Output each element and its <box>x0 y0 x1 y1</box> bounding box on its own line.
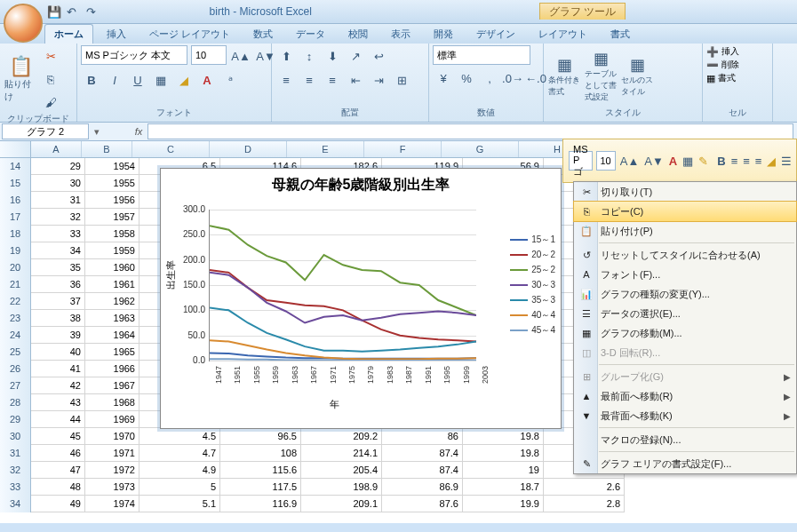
wrap-text-icon[interactable]: ↩ <box>368 45 389 67</box>
cell[interactable]: 18.7 <box>463 479 544 496</box>
cell[interactable]: 1971 <box>85 445 139 462</box>
mini-bullets-icon[interactable]: ☰ <box>780 150 793 171</box>
menu-item[interactable]: ▼最背面へ移動(K)▶ <box>574 406 796 425</box>
cell[interactable]: 86.9 <box>382 479 463 496</box>
row-header[interactable]: 31 <box>0 445 31 462</box>
cell[interactable]: 1959 <box>85 242 139 259</box>
cell[interactable]: 38 <box>31 310 85 327</box>
cell[interactable]: 209.2 <box>301 428 382 445</box>
italic-button[interactable]: I <box>104 69 125 91</box>
cut-icon[interactable]: ✂ <box>40 45 61 67</box>
name-box[interactable]: グラフ 2 <box>2 123 89 139</box>
menu-item[interactable]: Aフォント(F)... <box>574 265 796 284</box>
decrease-indent-icon[interactable]: ⇤ <box>345 69 366 91</box>
cell[interactable]: 214.1 <box>301 445 382 462</box>
font-size-combo[interactable]: 10 <box>191 45 227 65</box>
cell[interactable]: 4.5 <box>139 428 220 445</box>
increase-indent-icon[interactable]: ⇥ <box>368 69 389 91</box>
cell[interactable]: 1966 <box>85 361 139 377</box>
format-cells-icon[interactable]: ▦ <box>706 73 715 84</box>
cell[interactable]: 35 <box>31 259 85 276</box>
mini-bold-icon[interactable]: B <box>716 150 726 171</box>
cell[interactable]: 45 <box>31 428 85 445</box>
name-box-dropdown-icon[interactable]: ▾ <box>91 126 103 138</box>
cell[interactable]: 87.6 <box>382 496 463 512</box>
row-header[interactable]: 19 <box>0 242 31 259</box>
conditional-format-button[interactable]: ▦条件付き書式 <box>547 53 581 99</box>
cell[interactable]: 19 <box>463 462 544 479</box>
cell[interactable]: 36 <box>31 276 85 293</box>
cell[interactable]: 40 <box>31 344 85 361</box>
cell[interactable]: 1957 <box>85 209 139 226</box>
cell[interactable]: 1962 <box>85 293 139 310</box>
col-header[interactable]: G <box>442 141 519 157</box>
tab-4[interactable]: データ <box>286 24 335 44</box>
formula-input[interactable] <box>147 123 793 139</box>
orientation-icon[interactable]: ↗ <box>345 45 366 67</box>
col-header[interactable]: C <box>132 141 210 157</box>
paste-button[interactable]: 📋貼り付け <box>4 56 37 102</box>
row-header[interactable]: 25 <box>0 344 31 361</box>
mini-align-left-icon[interactable]: ≡ <box>730 150 739 171</box>
increase-decimal-icon[interactable]: .0→ <box>502 67 523 89</box>
tab-0[interactable]: ホーム <box>44 24 93 44</box>
comma-icon[interactable]: , <box>479 67 500 89</box>
cell[interactable]: 1964 <box>85 327 139 344</box>
cell[interactable]: 49 <box>31 496 85 512</box>
underline-button[interactable]: U <box>127 69 148 91</box>
phonetic-icon[interactable]: ᵃ <box>219 69 241 91</box>
save-icon[interactable]: 💾 <box>46 4 60 19</box>
mini-shrink-font-icon[interactable]: A▼ <box>643 150 665 171</box>
cell[interactable]: 4.9 <box>139 462 220 479</box>
row-header[interactable]: 23 <box>0 310 31 327</box>
row-header[interactable]: 32 <box>0 462 31 479</box>
mini-border-icon[interactable]: ▦ <box>681 150 694 171</box>
row-header[interactable]: 28 <box>0 394 31 411</box>
tab-3[interactable]: 数式 <box>243 24 283 44</box>
cell[interactable]: 5 <box>139 479 220 496</box>
row-header[interactable]: 17 <box>0 209 31 226</box>
mini-fill-icon[interactable]: ◢ <box>766 150 777 171</box>
cell[interactable]: 1970 <box>85 428 139 445</box>
cell[interactable]: 87.4 <box>382 445 463 462</box>
menu-item[interactable]: 📋貼り付け(P) <box>574 221 796 241</box>
cell[interactable]: 19.9 <box>463 496 544 512</box>
office-button[interactable] <box>4 4 43 43</box>
mini-font-color-icon[interactable]: A <box>668 150 678 171</box>
cell[interactable]: 33 <box>31 226 85 242</box>
mini-size-combo[interactable]: 10 <box>596 151 616 171</box>
cell[interactable]: 117.5 <box>220 479 301 496</box>
menu-item[interactable]: ↺リセットしてスタイルに合わせる(A) <box>574 245 796 265</box>
cell[interactable]: 209.1 <box>301 496 382 512</box>
currency-icon[interactable]: ¥ <box>433 67 454 89</box>
cell[interactable]: 37 <box>31 293 85 310</box>
cell[interactable]: 34 <box>31 242 85 259</box>
row-header[interactable]: 21 <box>0 276 31 293</box>
align-left-icon[interactable]: ≡ <box>275 69 297 91</box>
menu-item[interactable]: ✂切り取り(T) <box>574 182 796 202</box>
merge-icon[interactable]: ⊞ <box>391 69 412 91</box>
menu-item[interactable]: 📊グラフの種類の変更(Y)... <box>574 284 796 304</box>
col-header[interactable]: D <box>210 141 287 157</box>
row-header[interactable]: 34 <box>0 496 31 512</box>
cell[interactable]: 87.4 <box>382 462 463 479</box>
select-all-corner[interactable] <box>0 141 31 157</box>
format-painter-icon[interactable]: 🖌 <box>40 91 61 113</box>
cell[interactable]: 1973 <box>85 479 139 496</box>
tab-2[interactable]: ページ レイアウト <box>139 24 240 44</box>
cell[interactable]: 29 <box>31 158 85 175</box>
row-header[interactable]: 16 <box>0 192 31 209</box>
format-as-table-button[interactable]: ▦テーブルとして書式設定 <box>584 53 618 99</box>
col-header[interactable]: E <box>287 141 364 157</box>
menu-item[interactable]: ✎グラフ エリアの書式設定(F)... <box>574 454 796 473</box>
cell[interactable]: 46 <box>31 445 85 462</box>
cell[interactable]: 41 <box>31 361 85 377</box>
tab-1[interactable]: 挿入 <box>97 24 136 44</box>
cell[interactable]: 39 <box>31 327 85 344</box>
cell[interactable]: 1974 <box>85 496 139 512</box>
cell[interactable]: 1969 <box>85 411 139 428</box>
cell[interactable]: 30 <box>31 175 85 192</box>
cell[interactable]: 2.6 <box>544 479 625 496</box>
menu-item[interactable]: ⎘コピー(C) <box>573 201 797 222</box>
bold-button[interactable]: B <box>81 69 102 91</box>
